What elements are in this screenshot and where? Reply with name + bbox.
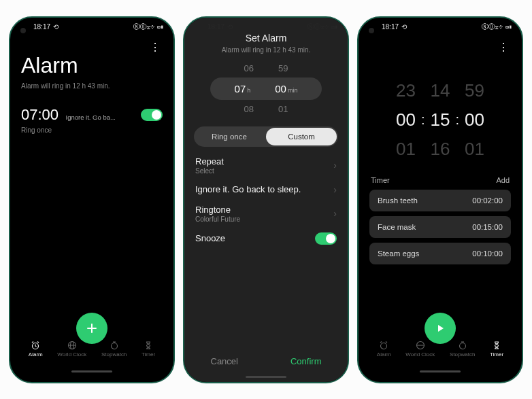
more-menu-icon[interactable]: ⋮ [148, 39, 163, 56]
add-timer-button[interactable]: Add [496, 176, 510, 184]
hourglass-icon [144, 341, 153, 350]
time-picker[interactable]: 0659 07h 00min 0801 [184, 63, 348, 114]
alarm-icon [379, 341, 388, 350]
alarm-name-row[interactable]: Ignore it. Go back to sleep. › [195, 184, 337, 195]
duration-picker[interactable]: 23 00 01 : 14 15 16 : 59 00 01 [369, 80, 511, 160]
home-indicator [246, 376, 286, 378]
segment-custom[interactable]: Custom [266, 128, 337, 145]
add-alarm-button[interactable] [76, 313, 107, 344]
nav-timer[interactable]: Timer [490, 341, 503, 358]
action-row: Cancel Confirm [184, 347, 348, 373]
nav-alarm[interactable]: Alarm [29, 341, 43, 358]
ringtone-row[interactable]: RingtoneColorful Future › [195, 205, 337, 223]
svg-point-3 [111, 343, 117, 349]
svg-point-6 [459, 343, 465, 349]
nav-stopwatch[interactable]: Stopwatch [101, 341, 127, 358]
sheet-title: Set Alarm [184, 33, 348, 44]
colon-separator: : [421, 112, 425, 128]
status-time: 18:17 [33, 23, 50, 31]
stopwatch-icon [458, 341, 467, 350]
nav-world-clock[interactable]: World Clock [405, 341, 435, 358]
hourglass-icon [492, 341, 501, 350]
next-alarm-hint: Alarm will ring in 12 h 43 min. [21, 82, 110, 90]
svg-point-4 [381, 343, 387, 349]
phone-timer: 18:17⟲ ⓃⓄ⧖ᯤ⌧▮ ⋮ 23 00 01 : 14 15 16 : 59… [357, 16, 523, 383]
repeat-row[interactable]: RepeatSelect › [195, 156, 337, 175]
time-picker-selected: 07h 00min [210, 77, 322, 100]
alarm-time: 07:00 [21, 106, 59, 123]
alarm-label: Ignore it. Go ba... [66, 114, 116, 121]
status-bar: 18:17⟲ ⓃⓄ⧖ᯤ⌧▮ [10, 18, 173, 37]
page-title: Alarm [21, 53, 110, 78]
sheet-subtitle: Alarm will ring in 12 h 43 min. [184, 46, 348, 54]
nav-timer[interactable]: Timer [142, 341, 155, 358]
status-bar: 18:17⟲ ⓃⓄ⧖ᯤ⌧▮ [359, 18, 522, 37]
chevron-right-icon: › [333, 208, 337, 219]
colon-separator: : [455, 112, 459, 128]
status-cast-icon: ⟲ [53, 23, 59, 31]
home-indicator [71, 370, 112, 372]
chevron-right-icon: › [333, 184, 337, 195]
alarm-toggle[interactable] [141, 109, 163, 121]
chevron-right-icon: › [333, 160, 337, 171]
alarm-row[interactable]: 07:00 Ignore it. Go ba... [21, 106, 163, 124]
status-time: 18:17 [382, 23, 399, 31]
timer-preset[interactable]: Steam eggs00:10:00 [369, 243, 511, 264]
timer-section-label: Timer [371, 176, 390, 184]
stopwatch-icon [110, 341, 119, 350]
timer-preset[interactable]: Face mask00:15:00 [369, 216, 511, 238]
status-right-icons: ⓃⓄ⧖ᯤ⌧▮ [133, 23, 164, 31]
globe-icon [416, 341, 425, 350]
globe-icon [67, 341, 77, 350]
repeat-mode-segment: Ring once Custom [194, 126, 338, 147]
nav-alarm[interactable]: Alarm [377, 341, 391, 358]
segment-ring-once[interactable]: Ring once [194, 126, 265, 147]
home-indicator [420, 370, 461, 372]
confirm-button[interactable]: Confirm [290, 356, 322, 366]
snooze-toggle[interactable] [315, 232, 337, 245]
more-menu-icon[interactable]: ⋮ [497, 39, 511, 56]
status-right-icons: ⓃⓄ⧖ᯤ⌧▮ [482, 23, 512, 31]
snooze-row: Snooze [195, 232, 337, 245]
timer-preset-list: Brush teeth00:02:00 Face mask00:15:00 St… [369, 190, 511, 264]
plus-icon [85, 322, 99, 335]
phone-set-alarm: 18:17⟲ ⓃⓄ⧖ᯤ⌧▮ Set Alarm Alarm will ring … [183, 16, 349, 383]
cancel-button[interactable]: Cancel [211, 356, 238, 366]
nav-world-clock[interactable]: World Clock [57, 341, 86, 358]
timer-preset[interactable]: Brush teeth00:02:00 [369, 190, 511, 211]
phone-alarm-list: 18:17⟲ ⓃⓄ⧖ᯤ⌧▮ Alarm Alarm will ring in 1… [9, 16, 175, 383]
status-cast-icon: ⟲ [401, 23, 407, 31]
alarm-icon [31, 341, 40, 350]
start-timer-button[interactable] [425, 313, 456, 344]
play-icon [435, 323, 446, 334]
alarm-repeat: Ring once [21, 126, 163, 134]
nav-stopwatch[interactable]: Stopwatch [450, 341, 475, 358]
